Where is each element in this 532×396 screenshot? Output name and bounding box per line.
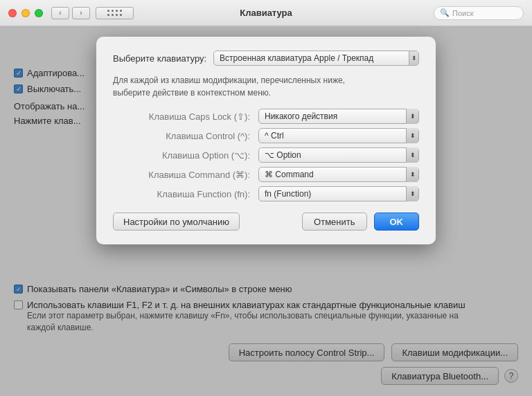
- keyboard-select[interactable]: Встроенная клавиатура Apple / Трекпад ⬍: [213, 51, 419, 66]
- keyboard-selector-row: Выберите клавиатуру: Встроенная клавиату…: [113, 51, 419, 66]
- modifier-select-3[interactable]: ⌘ Command ⬍: [258, 167, 419, 182]
- modifier-row-4: Клавиша Function (fn): fn (Function) ⬍: [113, 186, 419, 201]
- fullscreen-button[interactable]: [35, 9, 43, 17]
- modifier-rows: Клавиша Caps Lock (⇪): Никакого действия…: [113, 109, 419, 201]
- modal-overlay: Выберите клавиатуру: Встроенная клавиату…: [0, 26, 532, 396]
- modifier-arrow-2: ⬍: [406, 147, 418, 163]
- modifier-value-0: Никакого действия: [265, 111, 406, 121]
- keyboard-select-value: Встроенная клавиатура Apple / Трекпад: [220, 53, 409, 63]
- main-content: Адаптирова... Выключать... Отображать на…: [0, 26, 532, 396]
- modifier-select-2[interactable]: ⌥ Option ⬍: [258, 147, 419, 163]
- cancel-button[interactable]: Отменить: [302, 213, 366, 231]
- modifier-label-3: Клавиша Command (⌘):: [113, 170, 258, 180]
- close-button[interactable]: [8, 9, 17, 17]
- modal-dialog: Выберите клавиатуру: Встроенная клавиату…: [96, 37, 436, 244]
- search-box[interactable]: 🔍 Поиск: [434, 6, 524, 20]
- modifier-value-4: fn (Function): [265, 189, 406, 199]
- modal-description: Для каждой из клавиш модификации, перечи…: [113, 74, 419, 99]
- modifier-row-3: Клавиша Command (⌘): ⌘ Command ⬍: [113, 167, 419, 182]
- modal-buttons: Настройки по умолчанию Отменить OK: [113, 213, 419, 231]
- modifier-label-0: Клавиша Caps Lock (⇪):: [113, 111, 258, 122]
- modifier-select-0[interactable]: Никакого действия ⬍: [258, 109, 419, 124]
- ok-button[interactable]: OK: [374, 213, 420, 231]
- nav-buttons: ‹ ›: [51, 7, 90, 19]
- modifier-label-1: Клавиша Control (^):: [113, 131, 258, 141]
- modifier-row-2: Клавиша Option (⌥): ⌥ Option ⬍: [113, 147, 419, 163]
- keyboard-selector-label: Выберите клавиатуру:: [113, 53, 206, 64]
- forward-button[interactable]: ›: [72, 7, 90, 19]
- modifier-select-1[interactable]: ^ Ctrl ⬍: [258, 128, 419, 143]
- back-button[interactable]: ‹: [51, 7, 69, 19]
- default-settings-button[interactable]: Настройки по умолчанию: [113, 213, 240, 231]
- modifier-arrow-3: ⬍: [406, 167, 418, 182]
- modifier-select-4[interactable]: fn (Function) ⬍: [258, 186, 419, 201]
- modifier-arrow-0: ⬍: [406, 109, 418, 124]
- search-placeholder: Поиск: [452, 9, 473, 17]
- modifier-label-4: Клавиша Function (fn):: [113, 189, 258, 199]
- minimize-button[interactable]: [21, 9, 30, 17]
- modifier-row-0: Клавиша Caps Lock (⇪): Никакого действия…: [113, 109, 419, 124]
- keyboard-select-arrow: ⬍: [409, 51, 418, 65]
- modifier-value-2: ⌥ Option: [265, 150, 406, 160]
- back-icon: ‹: [59, 9, 61, 17]
- modifier-label-2: Клавиша Option (⌥):: [113, 150, 258, 161]
- title-bar: ‹ › Клавиатура 🔍 Поиск: [0, 0, 532, 26]
- modifier-row-1: Клавиша Control (^): ^ Ctrl ⬍: [113, 128, 419, 143]
- window-title: Клавиатура: [240, 8, 292, 18]
- modifier-arrow-4: ⬍: [406, 186, 418, 201]
- modifier-value-3: ⌘ Command: [265, 170, 406, 179]
- modifier-arrow-1: ⬍: [406, 128, 418, 143]
- search-icon: 🔍: [440, 8, 450, 17]
- traffic-lights: [8, 9, 43, 17]
- modifier-value-1: ^ Ctrl: [265, 131, 406, 141]
- forward-icon: ›: [80, 9, 82, 17]
- grid-view-button[interactable]: [96, 7, 134, 19]
